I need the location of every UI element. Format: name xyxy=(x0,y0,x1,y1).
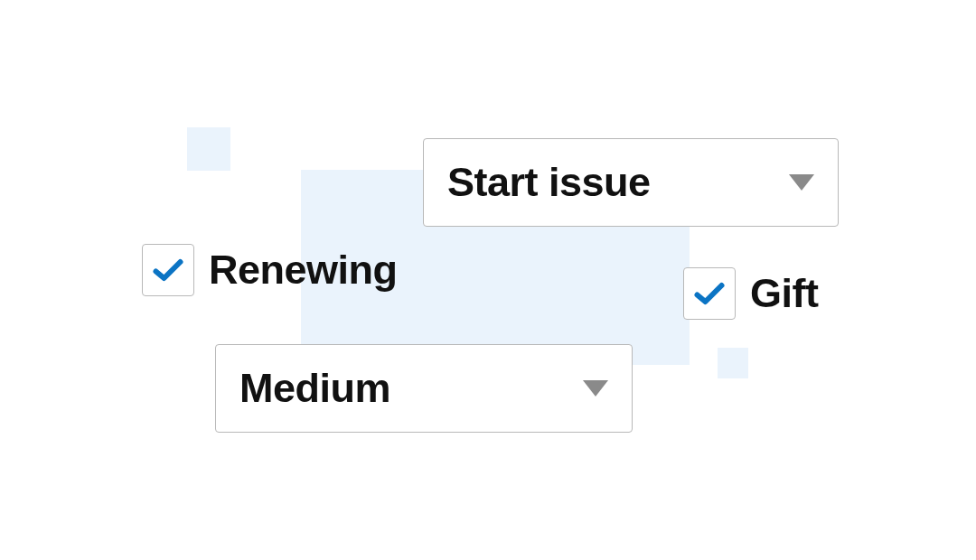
renewing-checkbox[interactable] xyxy=(142,244,194,296)
gift-checkbox-group: Gift xyxy=(683,267,818,320)
chevron-down-icon xyxy=(789,174,814,191)
start-issue-label: Start issue xyxy=(447,159,651,206)
medium-dropdown[interactable]: Medium xyxy=(215,344,633,433)
decorative-square xyxy=(187,127,230,171)
medium-label: Medium xyxy=(239,365,390,412)
decorative-square xyxy=(718,348,748,378)
check-icon xyxy=(692,280,727,307)
start-issue-dropdown[interactable]: Start issue xyxy=(423,138,839,227)
gift-checkbox[interactable] xyxy=(683,267,736,320)
renewing-checkbox-group: Renewing xyxy=(142,244,398,296)
renewing-label: Renewing xyxy=(209,247,398,294)
chevron-down-icon xyxy=(583,380,608,397)
gift-label: Gift xyxy=(750,270,818,317)
check-icon xyxy=(151,257,185,284)
